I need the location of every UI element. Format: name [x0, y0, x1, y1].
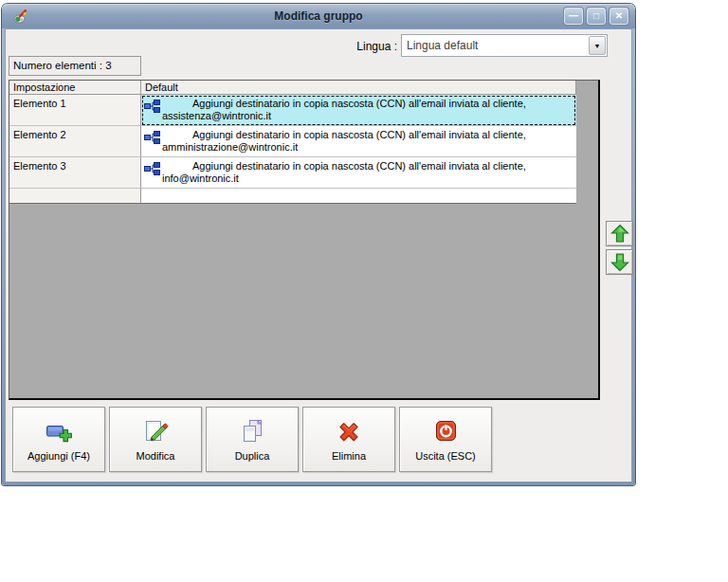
row-name-cell[interactable]: Elemento 3	[9, 157, 141, 189]
table-row[interactable]: Elemento 1 Aggiungi destinatario in copi…	[9, 95, 576, 126]
language-label: Lingua :	[350, 40, 397, 53]
tree-node-icon	[144, 162, 160, 175]
settings-grid: Impostazione Default Elemento 1 Aggiungi…	[9, 81, 576, 204]
tree-node-icon	[144, 131, 160, 144]
chevron-down-icon[interactable]: ▼	[589, 36, 606, 55]
delete-button[interactable]: Elimina	[302, 407, 395, 472]
edit-icon	[141, 418, 170, 445]
row-value-cell[interactable]: Aggiungi destinatario in copia nascosta …	[141, 126, 576, 157]
grid-panel: Impostazione Default Elemento 1 Aggiungi…	[9, 80, 600, 400]
row-email: info@wintronic.it	[162, 173, 573, 185]
row-description: Aggiungi destinatario in copia nascosta …	[162, 160, 573, 173]
power-exit-icon	[431, 418, 460, 445]
grid-header: Impostazione Default	[9, 81, 576, 95]
add-button-label: Aggiungi (F4)	[27, 450, 90, 462]
move-up-button[interactable]	[606, 221, 633, 246]
delete-x-icon	[335, 418, 363, 445]
edit-button[interactable]: Modifica	[109, 407, 202, 472]
duplicate-button[interactable]: Duplica	[206, 407, 299, 472]
action-toolbar: Aggiungi (F4) Modifica	[12, 407, 492, 472]
edit-button-label: Modifica	[136, 450, 175, 462]
row-name-cell[interactable]: Elemento 1	[9, 95, 141, 126]
exit-button[interactable]: Uscita (ESC)	[399, 407, 492, 472]
delete-button-label: Elimina	[332, 450, 366, 462]
arrow-up-icon	[610, 224, 630, 244]
duplicate-icon	[238, 418, 266, 445]
close-button[interactable]: ✕	[610, 8, 628, 25]
move-down-button[interactable]	[606, 249, 633, 275]
element-count-label: Numero elementi : 3	[9, 56, 141, 76]
empty-row[interactable]	[9, 189, 576, 203]
row-description: Aggiungi destinatario in copia nascosta …	[162, 129, 573, 141]
dialog-window: Modifica gruppo — □ ✕ Lingua : Lingua de…	[2, 4, 635, 485]
add-button[interactable]: Aggiungi (F4)	[12, 407, 105, 472]
exit-button-label: Uscita (ESC)	[415, 450, 476, 462]
tree-node-icon	[144, 100, 160, 113]
titlebar: Modifica gruppo — □ ✕	[2, 4, 635, 28]
column-header-default[interactable]: Default	[141, 81, 576, 95]
window-title: Modifica gruppo	[2, 9, 635, 23]
language-dropdown[interactable]: Lingua default ▼	[401, 34, 608, 57]
maximize-button[interactable]: □	[587, 8, 606, 25]
table-row[interactable]: Elemento 3 Aggiungi destinatario in copi…	[9, 157, 576, 189]
table-row[interactable]: Elemento 2 Aggiungi destinatario in copi…	[9, 126, 576, 157]
duplicate-button-label: Duplica	[235, 450, 270, 462]
minimize-button[interactable]: —	[564, 8, 583, 25]
arrow-down-icon	[610, 252, 630, 272]
language-selected-value: Lingua default	[402, 35, 588, 56]
row-name-cell[interactable]: Elemento 2	[9, 126, 141, 157]
row-description: Aggiungi destinatario in copia nascosta …	[162, 98, 573, 110]
add-icon	[45, 418, 73, 445]
row-value-cell[interactable]: Aggiungi destinatario in copia nascosta …	[141, 157, 576, 189]
column-header-impostazione[interactable]: Impostazione	[9, 81, 141, 95]
row-email: amministrazione@wintronic.it	[162, 141, 573, 154]
row-email: assistenza@wintronic.it	[162, 110, 573, 122]
row-value-cell-selected[interactable]: Aggiungi destinatario in copia nascosta …	[141, 95, 576, 126]
dialog-client-area: Lingua : Lingua default ▼ Numero element…	[5, 28, 632, 482]
